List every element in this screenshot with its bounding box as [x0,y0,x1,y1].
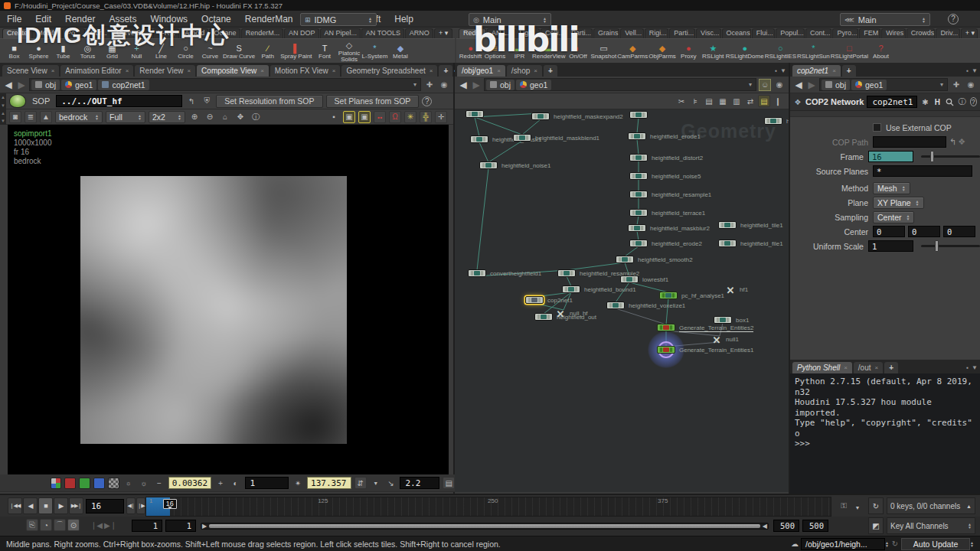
next-range-icon[interactable]: ▶❘ [104,519,116,531]
step-back-button[interactable]: ◀ [23,497,38,514]
tab-scene-view[interactable]: Scene View× [2,65,59,77]
range-end-field[interactable]: 500 [773,520,799,532]
python-console[interactable]: Python 2.7.15 (default, Apr 8 2019,n32Ho… [790,373,980,494]
grid-icon[interactable]: ▦ [717,95,729,107]
node-generate-terrain-entities2[interactable] [657,324,675,331]
node-heigh[interactable] [764,117,782,125]
back-arrow-icon[interactable]: ◀ [458,80,469,90]
shelf-tab-rigi[interactable]: Rigi... [645,28,668,38]
source-planes-field[interactable]: * [873,165,972,177]
shelf-tool-rslighties[interactable]: ○RSLightIES [765,40,796,63]
checker-grid-icon[interactable]: ✳ [404,111,416,123]
shelf-tab-grains[interactable]: Grains [593,28,619,38]
pane-maximize-icon[interactable]: ▪ [966,364,969,371]
node-lowresbf1[interactable] [620,276,639,283]
close-icon[interactable]: × [832,67,836,74]
next-key-button[interactable]: ❘▶ [136,497,145,514]
go-to-end-button[interactable]: ▶▶❘ [69,497,83,514]
playback-range-slider[interactable]: ▶ ◀ [201,523,769,530]
close-icon[interactable]: × [844,364,848,371]
spinner-icon[interactable]: ▲▼ [368,17,372,23]
shelf-tool-snapshot[interactable]: ▭Snapshot [590,40,616,63]
path-crumb-cop2net1[interactable]: cop2net1 [98,80,149,90]
range-subend-field[interactable]: 500 [802,520,828,532]
spinner-icon[interactable]: ▲▼ [922,17,926,23]
tile-dropdown[interactable]: 2x2▲▼ [149,111,185,123]
shelf-tool-l-system[interactable]: *L-System [362,40,388,63]
dim-sun-icon[interactable]: ☼ [122,477,135,489]
center-field-0[interactable]: 0 [873,226,905,237]
timeline-ruler[interactable]: 112525037516 [145,497,831,517]
back-arrow-icon[interactable]: ◀ [793,80,804,90]
close-icon[interactable]: × [430,67,433,74]
tree-icon[interactable]: ⊧ [689,95,701,107]
list-icon[interactable]: ▤ [703,95,715,107]
shelf-tool-rslightdome[interactable]: ●RSLightDome [726,40,764,63]
range-right-handle[interactable]: ◀ [763,523,767,530]
help-button[interactable]: ? [948,14,959,24]
plane-dropdown[interactable]: bedrock▲▼ [55,111,103,123]
node-null1[interactable]: ✕ [710,335,723,344]
quad-grid-icon[interactable]: ╬ [420,111,432,123]
shelf-tab-flui[interactable]: Flui... [752,28,776,38]
tab-cop2net1[interactable]: cop2net1× [792,65,841,77]
node-heightfield-terrace1[interactable] [629,209,648,217]
go-to-start-button[interactable]: ❘◀◀ [8,497,22,514]
key-icon[interactable]: ⚿ [838,500,850,512]
shelf-tool-rslightportal[interactable]: □RSLightPortal [831,40,868,63]
frame-field[interactable]: 16 [868,151,913,162]
new-tab-button[interactable]: + [884,362,898,373]
shelf-tool-objparms[interactable]: ◆ObjParms [648,40,676,63]
image-icon[interactable]: ▲ [40,111,52,123]
path-crumb-obj[interactable]: obj [486,80,514,90]
radial-menu-icon[interactable]: ◉ [438,79,450,91]
shelf-tool-rslight[interactable]: ★RSLight [701,40,725,63]
shelf-tool-platonic-solids[interactable]: ◇Platonic Solids [338,40,361,63]
revert-arrow-icon[interactable]: ↰ [949,137,956,147]
tab-shop[interactable]: /shop× [507,65,542,77]
tab-obj-geo1[interactable]: /obj/geo1× [457,65,505,77]
frame-slider[interactable] [921,155,980,158]
current-frame-field[interactable]: 16 [86,499,124,514]
swap-icon[interactable]: ⇄ [744,95,756,107]
prev-key-button[interactable]: ◀❘ [126,497,136,514]
mask-path-field[interactable]: ../../OUT_hf [56,95,182,107]
radial-menu-icon[interactable]: ◉ [965,79,977,91]
resolution-dropdown[interactable]: Full▲▼ [106,111,145,123]
tab-out[interactable]: /out× [854,362,883,373]
stop-button[interactable]: ■ [38,497,53,514]
blue-channel-button[interactable] [93,478,105,489]
shelf-tab-fem[interactable]: FEM [859,28,880,38]
node-heightfield-maskblend1[interactable] [513,134,531,142]
shelf-tool-metal[interactable]: ◆Metal [388,40,412,63]
node-generate-terrain-entities1[interactable] [657,346,675,354]
chevron-down-icon[interactable]: ▾ [746,81,754,88]
tab-render-view[interactable]: Render View× [135,65,195,77]
shelf-tab-pyro[interactable]: Pyro... [832,28,858,38]
node-heightfield-resample2[interactable] [557,269,576,277]
pane-maximize-icon[interactable]: ▪ [966,67,969,74]
magnet-icon[interactable]: Ω [389,111,401,123]
shelf-tool-proxy[interactable]: ●Proxy [677,40,701,63]
range-left-handle[interactable]: ▶ [202,523,207,530]
node-heightfield-maskblur2[interactable] [628,224,646,232]
slider-handle[interactable] [935,240,939,252]
shelf-tab-cont[interactable]: Cont... [805,28,831,38]
bright-sun-icon[interactable]: ☼ [138,477,150,489]
close-icon[interactable]: × [332,67,336,74]
ghost-icon[interactable]: ⛨ [201,95,213,107]
shelf-tool-about[interactable]: ?About [869,40,893,63]
menu-help[interactable]: Help [387,11,420,27]
radial-menu-icon[interactable]: ◉ [773,79,786,91]
prev-range-icon[interactable]: ❘◀ [90,519,103,531]
node-hf1[interactable]: ✕ [724,285,737,295]
expand-icon[interactable]: ✛ [435,111,447,123]
pane-menu-icon[interactable]: ▼ [780,67,786,74]
set-resolution-button[interactable]: Set Resolution from SOP [216,95,322,108]
pane-menu-icon[interactable]: ▼ [972,364,978,371]
shelf-tool-font[interactable]: TFont [313,40,337,63]
node-heightfield-noise5[interactable] [629,172,648,180]
composite-viewport[interactable]: sopimport11000x1000fr 16bedrock [8,125,449,474]
close-icon[interactable]: × [51,67,55,74]
preview-a-icon[interactable]: ▣ [343,111,355,123]
